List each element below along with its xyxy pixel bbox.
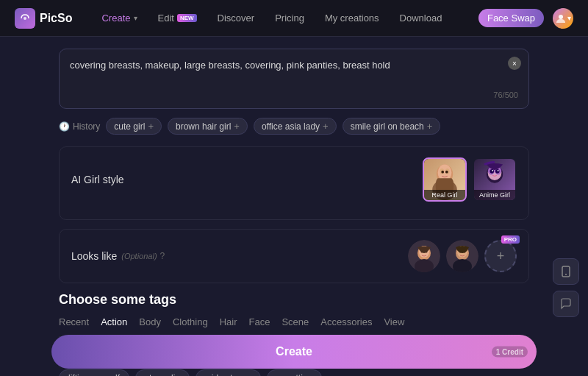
logo-icon: [15, 8, 35, 29]
looks-like-title: Looks like: [71, 250, 117, 262]
svg-point-1: [559, 15, 563, 19]
choose-tags-title: Choose some tags: [59, 292, 529, 308]
svg-point-16: [498, 170, 499, 171]
history-button[interactable]: 🕐 History: [59, 121, 100, 132]
style-cards: Real Girl: [423, 157, 517, 202]
tag-plus-icon: +: [427, 121, 433, 132]
user-avatar[interactable]: ▾: [553, 8, 573, 29]
nav-right: Face Swap ▾: [478, 8, 573, 29]
quick-tag-2[interactable]: office asia lady +: [254, 118, 337, 135]
main-content: covering breasts, makeup, large breasts,…: [44, 37, 544, 376]
side-button-phone[interactable]: [553, 258, 579, 285]
nav-item-create[interactable]: Create ▾: [94, 8, 144, 28]
style-card-anime[interactable]: Anime Girl: [473, 157, 517, 202]
looks-like-section: Looks like (Optional) ?: [59, 229, 529, 283]
optional-label: (Optional): [121, 252, 157, 260]
quick-tag-0[interactable]: cute girl +: [106, 118, 162, 135]
prompt-counter: 76/500: [70, 91, 518, 99]
svg-point-0: [24, 17, 26, 20]
svg-point-7: [445, 171, 448, 174]
help-icon[interactable]: ?: [160, 251, 165, 261]
section-title: AI Girl style: [71, 174, 124, 185]
logo[interactable]: PicSo: [15, 8, 72, 29]
svg-point-30: [565, 274, 567, 275]
side-button-chat[interactable]: [553, 291, 579, 317]
tag-plus-icon: +: [148, 121, 154, 132]
add-face-wrapper: + PRO: [484, 240, 517, 272]
face-swap-button[interactable]: Face Swap: [478, 9, 544, 27]
dropdown-arrow: ▾: [134, 14, 137, 22]
nav-item-pricing[interactable]: Pricing: [268, 8, 312, 28]
svg-point-6: [441, 171, 444, 174]
add-face-button[interactable]: +: [484, 240, 517, 272]
anime-girl-label: Anime Girl: [474, 190, 515, 200]
section-header: AI Girl style: [71, 157, 517, 202]
quick-tag-3[interactable]: smile girl on beach +: [343, 118, 441, 135]
credit-label: 1 Credit: [492, 347, 528, 358]
real-girl-label: Real Girl: [424, 190, 465, 200]
looks-avatar-2[interactable]: [446, 240, 478, 272]
pro-badge: PRO: [501, 235, 520, 244]
svg-point-14: [495, 169, 500, 174]
nav-item-discover[interactable]: Discover: [210, 8, 262, 28]
style-card-real[interactable]: Real Girl: [423, 157, 467, 202]
nav-item-my-creations[interactable]: My creations: [318, 8, 387, 28]
quick-tags-row: 🕐 History cute girl + brown hair girl + …: [59, 118, 529, 135]
svg-point-13: [490, 169, 494, 174]
create-btn-container: Create 1 Credit: [51, 327, 537, 376]
nav: Create ▾ Edit NEW Discover Pricing My cr…: [94, 8, 478, 28]
svg-point-15: [492, 170, 493, 171]
nav-item-download[interactable]: Download: [392, 8, 450, 28]
header: PicSo Create ▾ Edit NEW Discover Pricing…: [0, 0, 588, 37]
looks-like-avatars: + PRO: [408, 240, 517, 272]
history-icon: 🕐: [59, 121, 70, 132]
new-badge: NEW: [177, 14, 197, 22]
quick-tag-1[interactable]: brown hair girl +: [168, 118, 248, 135]
prompt-container: covering breasts, makeup, large breasts,…: [59, 49, 529, 109]
side-buttons: [553, 258, 579, 317]
ai-girl-style-section: AI Girl style: [59, 146, 529, 220]
nav-item-edit[interactable]: Edit NEW: [151, 8, 204, 28]
prompt-clear-button[interactable]: ×: [508, 57, 521, 70]
looks-avatar-1[interactable]: [408, 240, 440, 272]
tag-plus-icon: +: [234, 121, 240, 132]
looks-like-inner: Looks like (Optional) ?: [71, 240, 517, 272]
prompt-text[interactable]: covering breasts, makeup, large breasts,…: [70, 58, 518, 88]
tag-plus-icon: +: [323, 121, 329, 132]
create-button[interactable]: Create 1 Credit: [51, 335, 537, 369]
looks-like-label-area: Looks like (Optional) ?: [71, 250, 165, 262]
